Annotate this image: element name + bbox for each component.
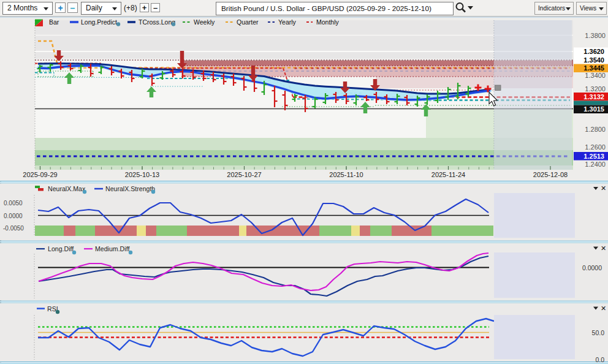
svg-text:Weekly: Weekly <box>194 18 215 26</box>
svg-text:50.0: 50.0 <box>592 329 605 336</box>
svg-text:2025-10-27: 2025-10-27 <box>227 171 261 178</box>
svg-text:1.2800: 1.2800 <box>585 126 606 133</box>
svg-text:2025-11-10: 2025-11-10 <box>329 171 363 178</box>
svg-text:2025-10-13: 2025-10-13 <box>125 171 159 178</box>
svg-text:Long.Diff: Long.Diff <box>48 245 74 252</box>
svg-text:1.2513: 1.2513 <box>583 153 604 160</box>
svg-text:Long.Predict: Long.Predict <box>81 18 117 26</box>
svg-text:NeuralX.Strength: NeuralX.Strength <box>105 185 155 192</box>
svg-text:2025-09-29: 2025-09-29 <box>23 171 57 178</box>
svg-text:1.3800: 1.3800 <box>585 32 606 39</box>
svg-text:0.0: 0.0 <box>595 356 604 363</box>
svg-text:1.3200: 1.3200 <box>585 85 606 93</box>
svg-text:0.0050: 0.0050 <box>4 200 23 207</box>
svg-text:0.0000: 0.0000 <box>582 264 602 271</box>
svg-text:1.3540: 1.3540 <box>583 56 604 64</box>
svg-text:1.3015: 1.3015 <box>583 105 604 113</box>
svg-text:✕: ✕ <box>601 184 606 192</box>
svg-text:Monthly: Monthly <box>316 18 340 26</box>
svg-text:-0.0050: -0.0050 <box>3 225 24 232</box>
svg-text:2025-11-24: 2025-11-24 <box>431 171 465 178</box>
svg-text:2025-12-08: 2025-12-08 <box>533 171 568 178</box>
svg-text:Quarter: Quarter <box>237 18 259 26</box>
svg-text:✕: ✕ <box>601 305 606 312</box>
svg-text:1.3620: 1.3620 <box>583 48 604 55</box>
svg-text:Bar: Bar <box>49 18 59 26</box>
svg-text:0.0000: 0.0000 <box>4 213 23 219</box>
svg-text:1.2600: 1.2600 <box>585 143 606 151</box>
svg-text:1.3400: 1.3400 <box>585 72 606 79</box>
svg-text:NeuralX.Max: NeuralX.Max <box>48 185 86 192</box>
svg-text:1.2400: 1.2400 <box>585 161 606 168</box>
svg-text:Medium.Diff: Medium.Diff <box>95 245 129 252</box>
svg-text:TCross.Long: TCross.Long <box>139 18 175 26</box>
svg-text:1.3132: 1.3132 <box>583 93 604 100</box>
svg-text:Yearly: Yearly <box>278 18 297 26</box>
svg-text:1.3445: 1.3445 <box>583 64 604 72</box>
svg-text:✕: ✕ <box>601 245 606 252</box>
